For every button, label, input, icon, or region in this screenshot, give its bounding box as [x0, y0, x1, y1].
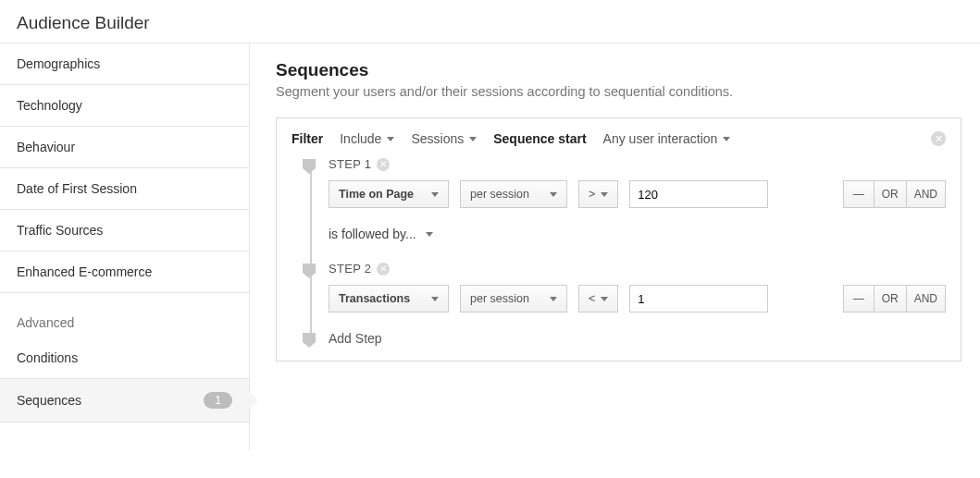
- sidebar-item-behaviour[interactable]: Behaviour: [0, 127, 249, 168]
- include-dropdown[interactable]: Include: [340, 131, 394, 146]
- chevron-down-icon: [550, 192, 557, 197]
- dimension-label: Transactions: [339, 292, 410, 305]
- sidebar-item-sequences[interactable]: Sequences 1: [0, 379, 249, 423]
- chevron-down-icon: [431, 297, 439, 301]
- step-header: STEP 1 ✕: [329, 157, 946, 171]
- operator-label: >: [589, 188, 595, 201]
- chevron-down-icon: [426, 232, 433, 237]
- chevron-down-icon: [601, 192, 608, 197]
- layout: Demographics Technology Behaviour Date o…: [0, 43, 980, 450]
- operator-label: <: [589, 292, 595, 305]
- chevron-down-icon: [469, 137, 477, 141]
- sidebar-item-label: Date of First Session: [17, 181, 137, 196]
- followed-by-label: is followed by...: [329, 227, 416, 241]
- condition-row: Transactions per session <: [329, 285, 946, 313]
- sequence-start-label: Sequence start: [493, 131, 586, 146]
- scope-select[interactable]: per session: [460, 285, 567, 313]
- step-marker-icon: [303, 264, 316, 278]
- remove-condition-button[interactable]: —: [843, 180, 875, 208]
- sidebar-item-demographics[interactable]: Demographics: [0, 43, 249, 85]
- sidebar-item-label: Traffic Sources: [17, 223, 103, 238]
- include-dropdown-label: Include: [340, 131, 381, 146]
- page-title: Audience Builder: [0, 0, 980, 43]
- or-button[interactable]: OR: [874, 285, 907, 313]
- chevron-down-icon: [601, 297, 608, 301]
- value-input[interactable]: [629, 285, 768, 313]
- sidebar-item-enhanced-ecommerce[interactable]: Enhanced E-commerce: [0, 251, 249, 293]
- audience-builder-app: Audience Builder Demographics Technology…: [0, 0, 980, 450]
- scope-label: per session: [470, 292, 529, 305]
- chevron-down-icon: [723, 137, 730, 141]
- sidebar-item-label: Technology: [17, 98, 82, 113]
- step-marker-icon: [303, 333, 316, 348]
- svg-marker-0: [303, 159, 316, 174]
- filter-label: Filter: [292, 131, 323, 146]
- chevron-down-icon: [550, 297, 557, 301]
- remove-step-button[interactable]: ✕: [377, 158, 390, 171]
- operator-select[interactable]: >: [578, 180, 618, 208]
- main-content: Sequences Segment your users and/or thei…: [250, 43, 980, 450]
- chevron-down-icon: [431, 192, 439, 197]
- count-badge: 1: [204, 392, 232, 409]
- section-title: Sequences: [276, 60, 961, 80]
- sequence-panel: Filter Include Sessions Sequence start A…: [276, 117, 961, 362]
- operator-select[interactable]: <: [578, 285, 618, 313]
- section-subtitle: Segment your users and/or their sessions…: [276, 84, 961, 99]
- dimension-select[interactable]: Transactions: [329, 285, 449, 313]
- or-button[interactable]: OR: [874, 180, 907, 208]
- step-marker-icon: [303, 159, 316, 174]
- condition-ops: — OR AND: [843, 285, 946, 313]
- scope-label: per session: [470, 188, 529, 201]
- add-step-row: Add Step: [304, 331, 946, 346]
- add-step-label: Add Step: [329, 331, 382, 346]
- svg-marker-1: [303, 264, 316, 278]
- sidebar-item-technology[interactable]: Technology: [0, 85, 249, 127]
- scope-select[interactable]: per session: [460, 180, 567, 208]
- step-label: STEP 2: [329, 262, 371, 276]
- steps-container: STEP 1 ✕ Time on Page per session: [277, 157, 961, 346]
- sequence-start-dropdown[interactable]: Any user interaction: [603, 131, 731, 146]
- condition-ops: — OR AND: [843, 180, 946, 208]
- sidebar-item-date-first-session[interactable]: Date of First Session: [0, 168, 249, 210]
- dimension-label: Time on Page: [339, 188, 414, 201]
- sidebar-item-label: Behaviour: [17, 140, 75, 154]
- and-button[interactable]: AND: [906, 285, 946, 313]
- dimension-select[interactable]: Time on Page: [329, 180, 449, 208]
- and-button[interactable]: AND: [906, 180, 946, 208]
- sessions-dropdown-label: Sessions: [411, 131, 464, 146]
- followed-by-dropdown[interactable]: is followed by...: [329, 227, 946, 241]
- sidebar-item-label: Demographics: [17, 56, 100, 71]
- sequence-start-value: Any user interaction: [603, 131, 718, 146]
- sidebar-item-traffic-sources[interactable]: Traffic Sources: [0, 210, 249, 251]
- remove-filter-button[interactable]: ✕: [931, 131, 946, 146]
- condition-row: Time on Page per session >: [329, 180, 946, 208]
- step-block: STEP 1 ✕ Time on Page per session: [304, 157, 946, 241]
- svg-marker-2: [303, 333, 316, 348]
- remove-condition-button[interactable]: —: [843, 285, 875, 313]
- sidebar: Demographics Technology Behaviour Date o…: [0, 43, 250, 450]
- add-step-button[interactable]: Add Step: [329, 331, 946, 346]
- sidebar-item-label: Sequences: [17, 393, 81, 408]
- step-block: STEP 2 ✕ Transactions per session: [304, 262, 946, 313]
- sidebar-item-label: Enhanced E-commerce: [17, 264, 152, 279]
- sessions-dropdown[interactable]: Sessions: [411, 131, 477, 146]
- sidebar-item-label: Conditions: [17, 350, 78, 365]
- step-label: STEP 1: [329, 157, 371, 171]
- chevron-down-icon: [387, 137, 394, 141]
- value-input[interactable]: [629, 180, 768, 208]
- filter-bar: Filter Include Sessions Sequence start A…: [277, 118, 961, 157]
- sidebar-group-advanced: Advanced: [0, 293, 249, 337]
- step-header: STEP 2 ✕: [329, 262, 946, 276]
- remove-step-button[interactable]: ✕: [377, 263, 390, 276]
- sidebar-item-conditions[interactable]: Conditions: [0, 337, 249, 379]
